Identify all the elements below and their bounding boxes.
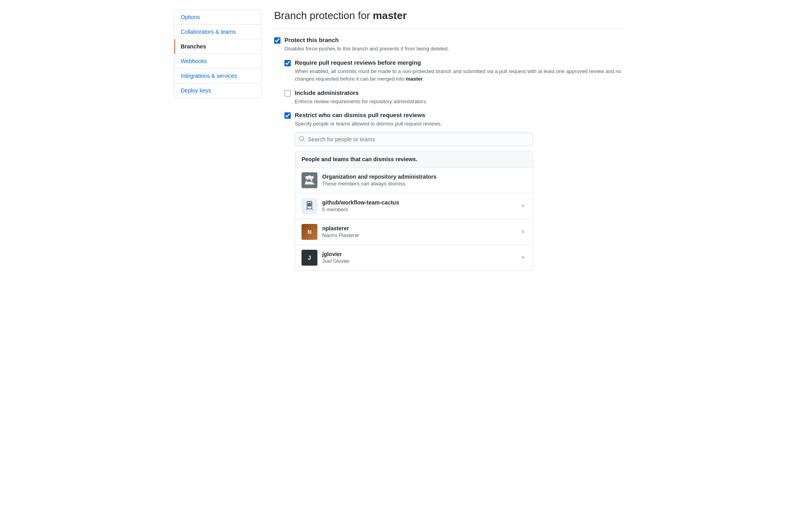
nplasterer-name: nplasterer xyxy=(322,225,515,231)
org-admins-avatar xyxy=(302,172,317,188)
include-admins-label: Include administrators xyxy=(295,89,427,96)
team-name: github/workflow-team-cactus xyxy=(322,199,515,206)
jglovier-avatar-letter: J xyxy=(308,255,311,261)
sidebar-item-options[interactable]: Options xyxy=(174,10,261,25)
remove-jglovier-button[interactable]: × xyxy=(520,253,526,262)
protect-branch-label: Protect this branch xyxy=(284,37,449,43)
svg-line-7 xyxy=(306,209,307,210)
include-admins-checkbox[interactable] xyxy=(284,90,291,96)
team-avatar xyxy=(302,198,317,214)
protect-branch-description: Disables force-pushes to this branch and… xyxy=(284,45,449,53)
team-info: github/workflow-team-cactus 5 members xyxy=(322,199,515,212)
dismiss-box: People and teams that can dismiss review… xyxy=(295,151,533,271)
sidebar-item-branches[interactable]: Branches xyxy=(174,39,261,54)
remove-nplasterer-button[interactable]: × xyxy=(520,227,526,237)
sidebar-item-webhooks[interactable]: Webhooks xyxy=(174,54,261,69)
require-reviews-description: When enabled, all commits must be made t… xyxy=(295,68,625,83)
page-title: Branch protection for master xyxy=(274,10,625,29)
nplasterer-avatar-letter: N xyxy=(307,229,311,235)
svg-rect-3 xyxy=(308,203,311,206)
remove-team-button[interactable]: × xyxy=(520,201,526,211)
restrict-dismiss-label: Restrict who can dismiss pull request re… xyxy=(295,112,625,118)
main-content: Branch protection for master Protect thi… xyxy=(261,10,638,503)
sidebar: Options Collaborators & teams Branches W… xyxy=(174,10,261,98)
jglovier-name: jglovier xyxy=(322,251,515,257)
svg-point-0 xyxy=(305,176,308,179)
list-item: N nplasterer Naomi Plasterer × xyxy=(295,219,533,245)
nplasterer-info: nplasterer Naomi Plasterer xyxy=(322,225,515,238)
team-sub: 5 members xyxy=(322,206,515,212)
sidebar-item-deploy-keys[interactable]: Deploy keys xyxy=(174,83,261,98)
search-input[interactable] xyxy=(295,133,533,146)
list-item: Organization and repository administrato… xyxy=(295,168,533,193)
list-item: github/workflow-team-cactus 5 members × xyxy=(295,193,533,219)
org-admins-info: Organization and repository administrato… xyxy=(322,174,526,187)
svg-point-1 xyxy=(311,176,314,179)
jglovier-info: jglovier Joel Glovier xyxy=(322,251,515,264)
include-admins-description: Enforce review requirements for reposito… xyxy=(295,98,427,106)
jglovier-sub: Joel Glovier xyxy=(322,258,515,264)
nplasterer-sub: Naomi Plasterer xyxy=(322,232,515,238)
restrict-dismiss-checkbox[interactable] xyxy=(284,112,291,119)
search-container xyxy=(295,133,625,146)
jglovier-avatar: J xyxy=(302,250,317,266)
sidebar-item-integrations[interactable]: Integrations & services xyxy=(174,69,261,83)
dismiss-box-header: People and teams that can dismiss review… xyxy=(295,151,533,168)
org-admins-sub: These members can always dismiss. xyxy=(322,181,526,187)
list-item: J jglovier Joel Glovier × xyxy=(295,245,533,270)
protect-branch-checkbox[interactable] xyxy=(274,37,280,44)
require-reviews-checkbox[interactable] xyxy=(284,60,291,66)
require-reviews-label: Require pull request reviews before merg… xyxy=(295,59,625,66)
nplasterer-avatar: N xyxy=(302,224,317,240)
svg-line-8 xyxy=(312,209,313,210)
org-admins-name: Organization and repository administrato… xyxy=(322,174,526,180)
protect-branch-section: Protect this branch Disables force-pushe… xyxy=(274,37,625,271)
restrict-dismiss-description: Specify people or teams allowed to dismi… xyxy=(295,120,625,128)
require-reviews-section: Require pull request reviews before merg… xyxy=(284,59,625,271)
search-icon xyxy=(299,135,305,143)
sidebar-item-collaborators[interactable]: Collaborators & teams xyxy=(174,25,261,39)
